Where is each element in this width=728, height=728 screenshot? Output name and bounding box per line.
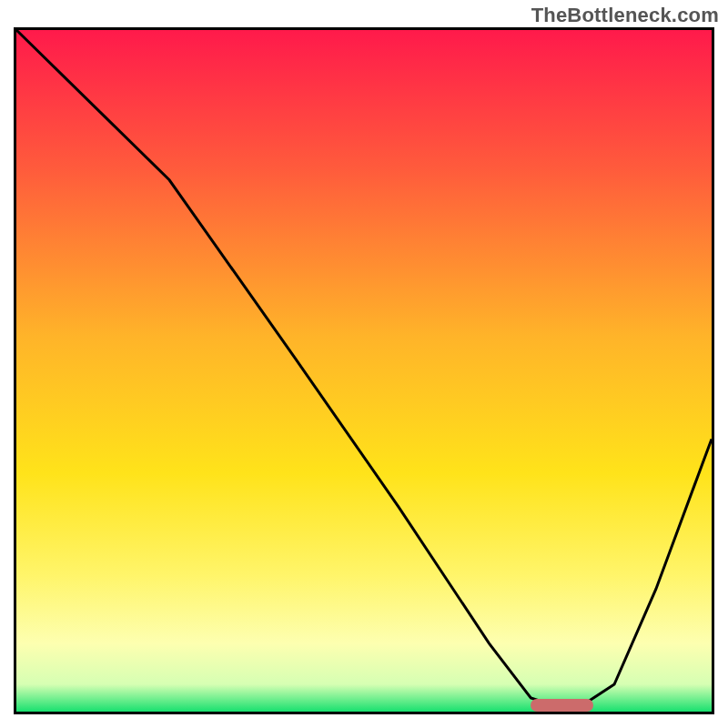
curve-path <box>16 30 712 712</box>
watermark-label: TheBottleneck.com <box>531 4 719 27</box>
bottleneck-curve <box>16 30 712 712</box>
optimal-range-marker <box>531 699 593 712</box>
chart-container: TheBottleneck.com <box>0 0 728 728</box>
plot-area <box>14 27 714 714</box>
